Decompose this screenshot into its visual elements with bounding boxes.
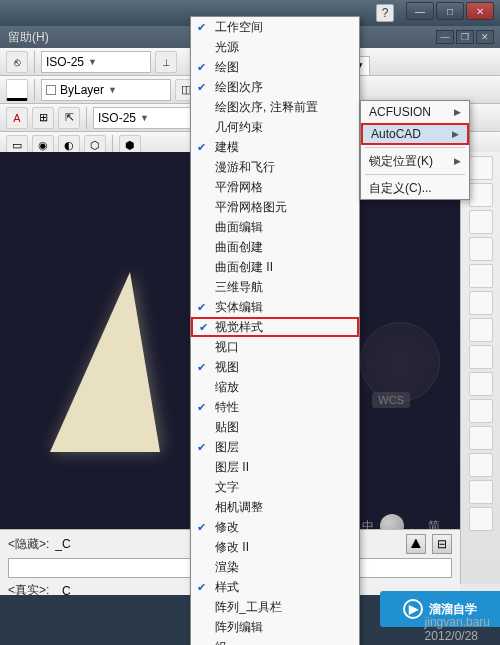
tool-icon[interactable]: ⇱	[58, 107, 80, 129]
toolbar-toggle-item[interactable]: 曲面创建	[191, 237, 359, 257]
toolbar-toggle-item[interactable]: 贴图	[191, 417, 359, 437]
submenu-autocad[interactable]: AutoCAD ▶	[361, 123, 469, 145]
help-button[interactable]: ?	[376, 4, 394, 22]
panel-button[interactable]: ⯅	[406, 534, 426, 554]
tool-icon[interactable]: A	[6, 107, 28, 129]
toolbar-toggle-label: 建模	[215, 139, 239, 156]
toolbar-toggle-item[interactable]: 平滑网格	[191, 177, 359, 197]
toolbar-toggle-item[interactable]: ✔视图	[191, 357, 359, 377]
chevron-down-icon: ▼	[140, 113, 149, 123]
chevron-right-icon: ▶	[454, 107, 461, 117]
check-icon: ✔	[197, 401, 206, 414]
tool-icon[interactable]	[469, 210, 493, 234]
toolbar-toggle-label: 图层	[215, 439, 239, 456]
toolbar-toggle-item[interactable]: ✔特性	[191, 397, 359, 417]
line-color-icon[interactable]	[6, 79, 28, 101]
submenu-label: 锁定位置(K)	[369, 153, 433, 170]
navigation-wheel[interactable]	[360, 322, 440, 402]
toolbar-toggle-item[interactable]: 渲染	[191, 557, 359, 577]
toolbar-toggle-item[interactable]: 文字	[191, 477, 359, 497]
tool-icon[interactable]	[469, 237, 493, 261]
submenu-acfusion[interactable]: ACFUSION ▶	[361, 101, 469, 123]
layer-select[interactable]: ByLayer ▼	[41, 79, 171, 101]
help-menu[interactable]: 留助(H)	[8, 29, 49, 46]
toolbar-toggle-item[interactable]: ✔实体编辑	[191, 297, 359, 317]
toolbar-toggle-item[interactable]: ✔修改	[191, 517, 359, 537]
toolbar-toggle-label: 组	[215, 639, 227, 646]
toolbar-toggle-label: 工作空间	[215, 19, 263, 36]
toolbar-toggle-label: 视口	[215, 339, 239, 356]
toolbar-toggle-item[interactable]: ✔视觉样式	[191, 317, 359, 337]
toolbar-toggle-label: 绘图次序, 注释前置	[215, 99, 318, 116]
tool-icon[interactable]	[469, 156, 493, 180]
toolbar-toggle-item[interactable]: 组	[191, 637, 359, 645]
tool-icon[interactable]: ⎋	[6, 51, 28, 73]
tool-icon[interactable]: ⊞	[32, 107, 54, 129]
toolbar-toggle-item[interactable]: 光源	[191, 37, 359, 57]
child-restore-button[interactable]: ❐	[456, 30, 474, 44]
context-submenu[interactable]: ACFUSION ▶ AutoCAD ▶ 锁定位置(K) ▶ 自定义(C)...	[360, 100, 470, 200]
toolbar-toggle-label: 样式	[215, 579, 239, 596]
submenu-customize[interactable]: 自定义(C)...	[361, 177, 469, 199]
toolbar-toggle-label: 曲面创建	[215, 239, 263, 256]
toolbar-toggle-item[interactable]: 平滑网格图元	[191, 197, 359, 217]
toolbar-toggle-item[interactable]: 三维导航	[191, 277, 359, 297]
toolbar-toggle-label: 视觉样式	[215, 319, 263, 336]
toolbar-toggle-item[interactable]: 阵列_工具栏	[191, 597, 359, 617]
toolbar-toggle-label: 曲面编辑	[215, 219, 263, 236]
toolbar-toggle-item[interactable]: 相机调整	[191, 497, 359, 517]
toolbar-toggle-label: 阵列_工具栏	[215, 599, 282, 616]
toolbar-toggle-label: 文字	[215, 479, 239, 496]
chevron-right-icon: ▶	[454, 156, 461, 166]
layer-value: ByLayer	[60, 83, 104, 97]
tool-icon[interactable]	[469, 264, 493, 288]
toolbar-toggle-item[interactable]: 漫游和飞行	[191, 157, 359, 177]
wcs-badge: WCS	[372, 392, 410, 408]
menu-divider	[365, 174, 465, 175]
tool-icon[interactable]	[469, 372, 493, 396]
submenu-lock-position[interactable]: 锁定位置(K) ▶	[361, 150, 469, 172]
tool-icon[interactable]: ⟂	[155, 51, 177, 73]
tool-icon[interactable]	[469, 453, 493, 477]
toolbar-toggle-item[interactable]: 阵列编辑	[191, 617, 359, 637]
dim-style-select-2[interactable]: ISO-25 ▼	[93, 107, 203, 129]
maximize-button[interactable]: □	[436, 2, 464, 20]
toolbar-toggle-item[interactable]: 绘图次序, 注释前置	[191, 97, 359, 117]
toolbar-toggle-label: 图层 II	[215, 459, 249, 476]
toolbar-toggle-item[interactable]: ✔绘图次序	[191, 77, 359, 97]
check-icon: ✔	[197, 361, 206, 374]
tool-icon[interactable]	[469, 426, 493, 450]
toolbar-toggle-item[interactable]: 视口	[191, 337, 359, 357]
toolbar-toggle-label: 贴图	[215, 419, 239, 436]
toolbar-toggle-item[interactable]: ✔绘图	[191, 57, 359, 77]
toolbar-toggle-item[interactable]: 曲面编辑	[191, 217, 359, 237]
toolbar-toggle-item[interactable]: ✔图层	[191, 437, 359, 457]
toolbar-toggle-item[interactable]: 曲面创建 II	[191, 257, 359, 277]
toolbar-toggle-item[interactable]: ✔工作空间	[191, 17, 359, 37]
toolbar-toggle-label: 曲面创建 II	[215, 259, 273, 276]
tool-icon[interactable]	[469, 183, 493, 207]
toolbar-toggle-item[interactable]: 缩放	[191, 377, 359, 397]
tool-icon[interactable]	[469, 318, 493, 342]
tool-icon[interactable]	[469, 480, 493, 504]
toolbar-toggle-item[interactable]: 几何约束	[191, 117, 359, 137]
toolbar-toggle-item[interactable]: ✔建模	[191, 137, 359, 157]
toolbar-toggle-label: 缩放	[215, 379, 239, 396]
panel-button[interactable]: ⊟	[432, 534, 452, 554]
child-close-button[interactable]: ✕	[476, 30, 494, 44]
cone-model[interactable]	[50, 272, 160, 452]
close-button[interactable]: ✕	[466, 2, 494, 20]
tool-icon[interactable]	[469, 399, 493, 423]
toolbar-toggle-item[interactable]: 修改 II	[191, 537, 359, 557]
toolbar-context-menu[interactable]: ✔工作空间光源✔绘图✔绘图次序绘图次序, 注释前置几何约束✔建模漫游和飞行平滑网…	[190, 16, 360, 645]
minimize-button[interactable]: —	[406, 2, 434, 20]
dim-style-select[interactable]: ISO-25 ▼	[41, 51, 151, 73]
tool-icon[interactable]	[469, 345, 493, 369]
toolbar-toggle-item[interactable]: ✔样式	[191, 577, 359, 597]
child-minimize-button[interactable]: —	[436, 30, 454, 44]
tool-icon[interactable]	[469, 291, 493, 315]
toolbar-toggle-label: 平滑网格	[215, 179, 263, 196]
toolbar-toggle-label: 实体编辑	[215, 299, 263, 316]
tool-icon[interactable]	[469, 507, 493, 531]
toolbar-toggle-item[interactable]: 图层 II	[191, 457, 359, 477]
